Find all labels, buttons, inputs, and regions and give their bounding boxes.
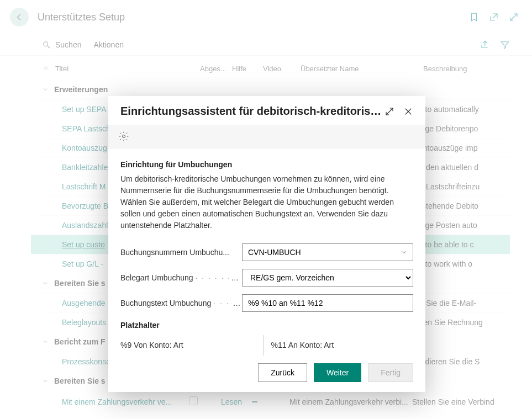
actions-menu[interactable]: Aktionen bbox=[93, 40, 123, 49]
next-button[interactable]: Weiter bbox=[314, 363, 361, 382]
section-description: Um debitorisch-kreditorische Umbuchungen… bbox=[120, 173, 413, 231]
col-help[interactable]: Hilfe bbox=[232, 65, 263, 73]
placeholder-item: %10 Von Konto: Nr. bbox=[120, 355, 263, 356]
posting-text-label: Buchungstext Umbuchung · · · · · bbox=[120, 299, 242, 307]
arrow-left-icon bbox=[15, 13, 24, 22]
group-label: Bericht zum F bbox=[54, 337, 106, 346]
video-dash-icon bbox=[252, 401, 257, 402]
col-translated[interactable]: Übersetzter Name bbox=[301, 65, 423, 73]
posting-numbers-label: Buchungsnummern Umbuchu... bbox=[120, 248, 242, 257]
group-label: Erweiterungen bbox=[54, 85, 108, 94]
placeholder-item: %12 An Konto: Nr. bbox=[271, 355, 414, 356]
filter-icon[interactable] bbox=[500, 40, 510, 50]
back-button[interactable]: Zurück bbox=[258, 363, 307, 382]
sort-icon[interactable] bbox=[42, 65, 50, 73]
chevron-down-icon bbox=[42, 338, 49, 345]
posting-text-input[interactable] bbox=[242, 294, 413, 312]
col-title[interactable]: Titel bbox=[55, 65, 69, 73]
search-label: Suchen bbox=[55, 40, 81, 49]
svg-point-0 bbox=[44, 42, 48, 46]
svg-point-1 bbox=[123, 135, 125, 138]
popout-icon[interactable] bbox=[489, 12, 499, 22]
expand-dialog-icon[interactable] bbox=[384, 107, 394, 116]
gear-icon[interactable] bbox=[118, 131, 129, 142]
placeholders-title: Platzhalter bbox=[120, 321, 413, 330]
share-icon[interactable] bbox=[480, 40, 490, 50]
chevron-down-icon bbox=[42, 378, 49, 384]
checkbox[interactable] bbox=[189, 396, 198, 405]
section-title: Einrichtung für Umbuchungen bbox=[120, 160, 413, 169]
posting-numbers-input[interactable] bbox=[242, 243, 413, 261]
col-completed[interactable]: Abges... bbox=[200, 65, 232, 73]
group-label: Bereiten Sie s bbox=[54, 376, 106, 385]
doc-type-label: Belegart Umbuchung · · · · · · · · · bbox=[120, 273, 242, 282]
chevron-down-icon bbox=[42, 86, 49, 93]
placeholder-item: %11 An Konto: Art bbox=[271, 335, 414, 355]
chevron-down-icon bbox=[42, 280, 49, 287]
placeholder-item: %9 Von Konto: Art bbox=[120, 335, 263, 355]
search-button[interactable]: Suchen bbox=[42, 40, 81, 49]
help-link[interactable]: Lesen bbox=[221, 397, 252, 406]
search-icon bbox=[42, 40, 51, 49]
close-icon[interactable] bbox=[403, 107, 413, 116]
finish-button[interactable]: Fertig bbox=[368, 363, 413, 382]
bookmark-icon[interactable] bbox=[469, 12, 479, 22]
dialog-title: Einrichtungsassistent für debitorisch-kr… bbox=[120, 105, 384, 118]
col-description[interactable]: Beschreibung bbox=[423, 65, 510, 73]
wizard-dialog: Einrichtungsassistent für debitorisch-kr… bbox=[108, 96, 425, 392]
expand-icon[interactable] bbox=[509, 12, 519, 22]
table-row[interactable]: Mit einem Zahlungsverkehr ve... Lesen Mi… bbox=[42, 391, 510, 412]
back-button[interactable] bbox=[10, 8, 29, 26]
doc-type-select[interactable]: RE/GS gem. Vorzeichen bbox=[242, 269, 413, 287]
col-video[interactable]: Video bbox=[263, 65, 301, 73]
page-title: Unterstütztes Setup bbox=[38, 12, 469, 23]
group-label: Bereiten Sie s bbox=[54, 279, 106, 288]
